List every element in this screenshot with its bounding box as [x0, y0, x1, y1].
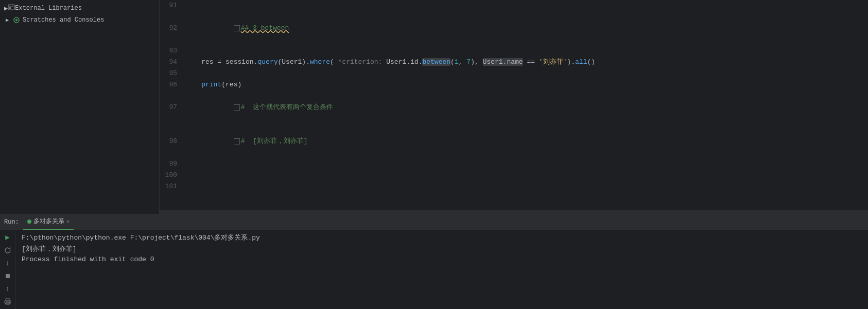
line-92: 92 -## 3 between [160, 11, 868, 45]
bottom-content: ▶ ↓ ↑ F:\p [0, 230, 868, 309]
line-num-101: 101 [160, 181, 185, 192]
console-exit-line: Process finished with exit code 0 [22, 256, 862, 263]
run-button[interactable]: ▶ [2, 232, 13, 243]
line-num-91: 91 [160, 0, 185, 11]
code-container[interactable]: 91 92 -## 3 between 93 94 [160, 0, 868, 210]
console-result-line: [刘亦菲，刘亦菲] [22, 244, 862, 253]
line-num-98: 98 [160, 136, 185, 147]
sidebar-item-scratches[interactable]: ▶ Scratches and Consoles [0, 14, 159, 26]
line-100: 100 [160, 170, 868, 181]
scratches-icon [12, 16, 21, 24]
tab-close-icon[interactable]: ✕ [66, 218, 70, 225]
sidebar: ▶ External Libraries ▶ Scratches and Con… [0, 0, 160, 214]
line-content-92: -## 3 between [185, 11, 868, 45]
external-libraries-label: External Libraries [15, 5, 82, 12]
external-libraries-icon [8, 4, 15, 13]
stop-button[interactable] [2, 270, 13, 281]
bottom-panel: Run: 多对多关系 ✕ ▶ ↓ ↑ [0, 214, 868, 309]
line-101: 101 [160, 181, 868, 192]
console-output: F:\pthon\python\python.exe F:\project\fl… [15, 230, 868, 309]
line-num-92: 92 [160, 23, 185, 34]
external-libraries-arrow: ▶ [4, 5, 8, 12]
line-content-96: print(res) [185, 79, 868, 90]
run-label: Run: [4, 219, 19, 226]
tab-run-active[interactable]: 多对多关系 ✕ [23, 214, 74, 230]
scratches-arrow: ▶ [4, 17, 10, 23]
line-93: 93 [160, 45, 868, 57]
svg-rect-2 [9, 7, 11, 9]
line-99: 99 [160, 158, 868, 170]
editor-area: 91 92 -## 3 between 93 94 [160, 0, 868, 214]
line-content-97: -# 这个就代表有两个复合条件 [185, 90, 868, 124]
fold-icon-92[interactable]: - [234, 25, 240, 31]
fold-icon-98[interactable]: - [234, 138, 240, 144]
up-button[interactable]: ↑ [2, 283, 13, 294]
line-num-95: 95 [160, 68, 185, 79]
line-98: 98 -# [刘亦菲，刘亦菲] [160, 124, 868, 158]
fold-icon-97[interactable]: - [234, 104, 240, 111]
line-num-99: 99 [160, 158, 185, 170]
wrench-button[interactable] [2, 245, 13, 256]
main-layout: ▶ External Libraries ▶ Scratches and Con… [0, 0, 868, 214]
line-content-98: -# [刘亦菲，刘亦菲] [185, 124, 868, 158]
scratches-label: Scratches and Consoles [23, 16, 104, 24]
line-96: 96 print(res) [160, 79, 868, 90]
line-num-94: 94 [160, 57, 185, 68]
print-button[interactable] [2, 296, 13, 307]
line-num-93: 93 [160, 45, 185, 57]
down-button[interactable]: ↓ [2, 258, 13, 268]
line-91: 91 [160, 0, 868, 11]
svg-rect-5 [6, 274, 10, 278]
line-num-96: 96 [160, 79, 185, 90]
svg-point-4 [15, 19, 18, 21]
console-cmd-line: F:\pthon\python\python.exe F:\project\fl… [22, 233, 862, 242]
line-num-97: 97 [160, 102, 185, 113]
svg-point-9 [9, 301, 10, 302]
bottom-toolbar: ▶ ↓ ↑ [0, 230, 15, 309]
line-content-94: res = session.query(User1).where( *crite… [185, 57, 868, 68]
bottom-tabs: Run: 多对多关系 ✕ [0, 214, 868, 230]
line-94: 94 res = session.query(User1).where( *cr… [160, 57, 868, 68]
tab-label: 多对多关系 [33, 217, 64, 226]
sidebar-item-external-libraries[interactable]: ▶ External Libraries [0, 2, 159, 14]
line-95: 95 [160, 68, 868, 79]
tab-dot [27, 220, 31, 224]
line-97: 97 -# 这个就代表有两个复合条件 [160, 90, 868, 124]
svg-rect-0 [8, 5, 14, 10]
line-num-100: 100 [160, 170, 185, 181]
horizontal-scrollbar[interactable] [160, 210, 868, 214]
